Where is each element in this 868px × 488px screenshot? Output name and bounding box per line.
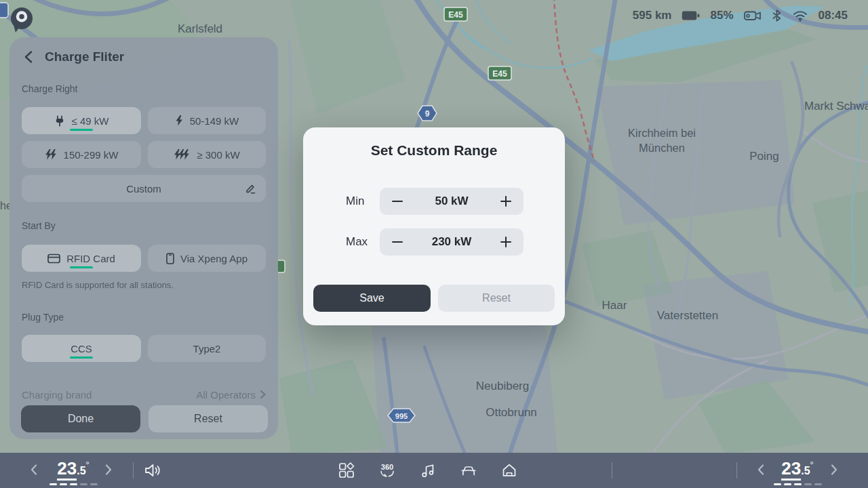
plug-type-label: Plug Type (22, 312, 64, 323)
max-row: Max 230 kW (303, 228, 565, 256)
max-decrement-button[interactable] (388, 232, 407, 251)
map-label-haar: Haar (602, 299, 627, 312)
power-option-gte-300kw[interactable]: ≥ 300 kW (148, 141, 266, 168)
plug-type-option-label: Type2 (193, 343, 221, 354)
modal-reset-button[interactable]: Reset (438, 285, 555, 312)
start-by-option-label: RFID Card (66, 253, 115, 264)
plug-type-type2[interactable]: Type2 (148, 335, 266, 362)
apps-grid-icon[interactable] (338, 462, 355, 479)
temp-left-increase-chevron[interactable] (104, 464, 113, 476)
badge-e45-b: E45 (492, 69, 507, 79)
save-button[interactable]: Save (313, 285, 431, 312)
badge-9: 9 (425, 109, 430, 119)
badge-995: 995 (395, 412, 408, 420)
rfid-card-icon (47, 253, 60, 264)
vehicle-icon[interactable] (460, 462, 477, 479)
map-label-markt-schwaben: Markt Schwa (804, 100, 868, 113)
battery-percent: 85% (710, 9, 733, 22)
badge-e45-a: E45 (448, 10, 463, 20)
wifi-icon (792, 9, 808, 22)
home-icon[interactable] (500, 462, 518, 479)
driver-temp-value: 23 (57, 458, 77, 481)
map-label-karlsfeld: Karlsfeld (178, 22, 222, 35)
rfid-note: RFID Card is supported for all stations. (22, 280, 174, 290)
power-option-150-299kw[interactable]: 150-299 kW (22, 141, 141, 168)
start-by-app[interactable]: Via Xpeng App (148, 245, 266, 272)
chevron-right-icon (260, 390, 266, 399)
max-increment-button[interactable] (496, 232, 515, 251)
set-custom-range-dialog: Set Custom Range Min 50 kW Max 230 kW Sa… (303, 127, 565, 325)
power-option-custom[interactable]: Custom (22, 175, 266, 202)
map-label-vaterstetten: Vaterstetten (657, 309, 718, 322)
volume-icon[interactable] (144, 462, 163, 479)
bluetooth-icon (772, 9, 782, 22)
min-value: 50 kW (407, 195, 496, 208)
charge-right-label: Charge Right (22, 83, 78, 94)
plug-icon (54, 115, 66, 127)
phone-icon (166, 253, 174, 264)
plug-type-ccs[interactable]: CCS (22, 335, 141, 362)
min-decrement-button[interactable] (388, 192, 407, 211)
driver-fan-level-indicator (49, 483, 98, 485)
min-increment-button[interactable] (496, 192, 515, 211)
bar-divider (133, 462, 134, 479)
back-icon[interactable] (23, 50, 34, 64)
map-label-kirchheim-1: Kirchheim bei (628, 127, 696, 139)
driver-temp-widget[interactable]: 23.5° (49, 456, 98, 485)
min-label: Min (346, 188, 374, 215)
map-label-kirchheim-2: München (639, 142, 685, 154)
svg-text:360: 360 (381, 463, 393, 471)
bar-divider (612, 462, 612, 479)
passenger-fan-level-indicator (773, 483, 822, 485)
max-label: Max (346, 228, 374, 256)
temp-left-decrease-chevron[interactable] (30, 464, 38, 476)
power-option-50-149kw[interactable]: 50-149 kW (148, 107, 266, 134)
battery-icon (682, 10, 700, 21)
min-row: Min 50 kW (303, 188, 565, 215)
temp-right-increase-chevron[interactable] (830, 464, 838, 476)
plus-icon (500, 236, 512, 248)
power-option-label: 150-299 kW (64, 149, 119, 161)
surround-view-360-icon[interactable]: 360 (378, 462, 396, 479)
double-bolt-icon (45, 149, 58, 160)
panel-title: Charge Fliter (45, 49, 124, 64)
power-option-lte-49kw[interactable]: ≤ 49 kW (22, 107, 141, 134)
app-dock: 360 (338, 453, 518, 488)
charge-filter-panel: Charge Fliter Charge Right ≤ 49 kW 50-14… (9, 37, 278, 439)
power-option-label: 50-149 kW (190, 115, 239, 127)
start-by-option-label: Via Xpeng App (180, 253, 248, 264)
plug-type-option-label: CCS (71, 343, 92, 354)
range-value: 595 km (633, 9, 672, 22)
map-label-neubiberg: Neubiberg (476, 380, 529, 392)
minus-icon (391, 195, 403, 207)
panel-reset-button[interactable]: Reset (149, 405, 268, 432)
bolt-icon (175, 115, 184, 126)
start-by-rfid[interactable]: RFID Card (22, 245, 141, 272)
passenger-temp-widget[interactable]: 23.5° (773, 456, 822, 485)
max-stepper: 230 kW (380, 228, 524, 256)
min-stepper: 50 kW (380, 188, 524, 215)
start-by-label: Start By (22, 220, 56, 231)
music-icon[interactable] (419, 462, 437, 479)
done-button[interactable]: Done (21, 405, 140, 432)
passenger-temp-value: 23 (781, 458, 801, 481)
triple-bolt-icon (174, 149, 191, 160)
dialog-title: Set Custom Range (303, 142, 565, 159)
brand-pin-icon (8, 5, 38, 36)
minus-icon (391, 236, 403, 248)
temp-right-decrease-chevron[interactable] (757, 464, 765, 476)
power-option-label: ≥ 300 kW (197, 149, 239, 161)
degree-symbol: ° (810, 460, 814, 470)
charging-brand-row[interactable]: Charging brand All Operators (22, 384, 266, 405)
max-value: 230 kW (407, 235, 496, 249)
clock: 08:45 (818, 9, 848, 22)
degree-symbol: ° (86, 460, 90, 470)
power-option-label: ≤ 49 kW (72, 115, 109, 127)
charging-brand-value: All Operators (196, 389, 256, 401)
bar-divider (736, 462, 737, 479)
custom-option-label: Custom (126, 183, 161, 195)
map-label-poing: Poing (749, 150, 778, 163)
edit-pencil-icon (245, 183, 256, 195)
status-bar: 595 km 85% 08:45 (633, 9, 848, 22)
plus-icon (500, 195, 512, 207)
